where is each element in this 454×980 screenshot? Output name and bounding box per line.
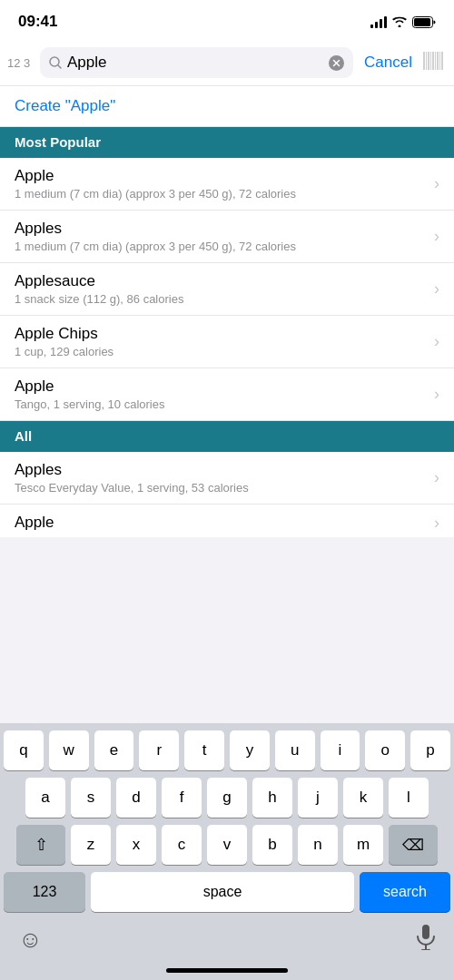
item-desc: Tesco Everyday Value, 1 serving, 53 calo… [15,481,427,495]
list-item[interactable]: Apple Chips 1 cup, 129 calories › [0,316,454,368]
item-desc: 1 snack size (112 g), 86 calories [15,292,427,306]
key-z[interactable]: z [71,825,111,865]
svg-line-3 [58,65,61,68]
key-b[interactable]: b [252,825,292,865]
key-f[interactable]: f [162,778,202,818]
key-a[interactable]: a [25,778,65,818]
list-item[interactable]: Applesauce 1 snack size (112 g), 86 calo… [0,263,454,316]
item-name: Apples [15,220,427,238]
item-desc: 1 medium (7 cm dia) (approx 3 per 450 g)… [15,240,427,253]
keyboard-row-2: a s d f g h j k l [4,778,450,818]
key-y[interactable]: y [230,730,270,770]
status-bar: 09:41 [0,0,454,40]
item-desc: 1 cup, 129 calories [15,345,427,358]
clear-button[interactable] [329,55,344,71]
barcode-number: 12 3 [7,56,33,70]
chevron-icon: › [434,174,439,193]
mic-icon[interactable] [416,925,436,954]
search-input[interactable] [67,54,323,72]
chevron-icon: › [434,385,439,404]
shift-key[interactable]: ⇧ [16,825,65,865]
item-name: Apple [15,377,427,396]
space-key[interactable]: space [91,872,354,912]
key-p[interactable]: p [410,730,450,770]
item-content: Apples 1 medium (7 cm dia) (approx 3 per… [15,220,427,253]
item-content: Apple [15,514,427,534]
list-item-partial[interactable]: Apple › [0,505,454,537]
keyboard-row-1: q w e r t y u i o p [4,730,450,770]
item-name: Apple [15,514,427,532]
cancel-button[interactable]: Cancel [360,50,416,75]
status-time: 09:41 [18,13,57,31]
section-header-popular: Most Popular [0,127,454,158]
list-item[interactable]: Apples 1 medium (7 cm dia) (approx 3 per… [0,211,454,263]
key-i[interactable]: i [321,730,360,770]
key-s[interactable]: s [71,778,111,818]
home-indicator [166,968,288,973]
status-icons [370,15,436,28]
emoji-icon[interactable]: ☺ [18,926,43,954]
search-input-wrap[interactable] [40,47,353,78]
keyboard-bottom-row: 123 space search [0,868,454,919]
list-item[interactable]: Apple 1 medium (7 cm dia) (approx 3 per … [0,158,454,211]
key-e[interactable]: e [94,730,134,770]
svg-rect-1 [414,18,430,26]
key-l[interactable]: l [389,778,429,818]
item-content: Apple Tango, 1 serving, 10 calories [15,377,427,411]
item-content: Apples Tesco Everyday Value, 1 serving, … [15,461,427,495]
svg-rect-10 [430,52,431,70]
item-content: Applesauce 1 snack size (112 g), 86 calo… [15,272,427,306]
key-c[interactable]: c [162,825,202,865]
signal-icon [370,15,387,28]
svg-rect-16 [422,925,429,939]
key-u[interactable]: u [275,730,315,770]
section-header-all: All [0,421,454,452]
item-name: Apple [15,167,427,185]
wifi-icon [392,16,407,27]
chevron-icon: › [434,514,439,533]
item-desc: Tango, 1 serving, 10 calories [15,397,427,411]
create-link-area[interactable]: Create "Apple" [0,86,454,127]
item-name: Apples [15,461,427,479]
search-area: 12 3 Cancel [0,40,454,86]
shift-icon: ⇧ [35,835,48,855]
key-r[interactable]: r [139,730,179,770]
search-key[interactable]: search [360,872,450,912]
list-item[interactable]: Apple Tango, 1 serving, 10 calories › [0,368,454,421]
chevron-icon: › [434,332,439,351]
key-123[interactable]: 123 [4,872,85,912]
key-x[interactable]: x [116,825,156,865]
delete-key[interactable]: ⌫ [389,825,438,865]
key-o[interactable]: o [365,730,405,770]
item-content: Apple 1 medium (7 cm dia) (approx 3 per … [15,167,427,201]
chevron-icon: › [434,227,439,246]
item-name: Apple Chips [15,325,427,343]
key-v[interactable]: v [207,825,247,865]
key-q[interactable]: q [4,730,44,770]
key-d[interactable]: d [116,778,156,818]
svg-rect-12 [435,52,436,70]
section-header-all-title: All [15,428,32,444]
item-name: Applesauce [15,272,427,290]
svg-rect-9 [428,52,429,70]
svg-rect-11 [432,52,434,70]
key-w[interactable]: w [49,730,89,770]
key-h[interactable]: h [252,778,292,818]
svg-rect-14 [439,52,440,70]
key-j[interactable]: j [298,778,338,818]
svg-rect-7 [423,52,425,70]
key-n[interactable]: n [298,825,338,865]
search-icon [49,56,62,69]
chevron-icon: › [434,279,439,299]
list-item[interactable]: Apples Tesco Everyday Value, 1 serving, … [0,452,454,505]
key-t[interactable]: t [184,730,224,770]
keyboard-row-3: ⇧ z x c v b n m ⌫ [4,825,450,865]
keyboard: q w e r t y u i o p a s d f g h j k l ⇧ [0,723,454,980]
create-link[interactable]: Create "Apple" [15,97,115,114]
key-k[interactable]: k [343,778,383,818]
barcode-icon[interactable] [423,52,443,74]
item-content: Apple Chips 1 cup, 129 calories [15,325,427,358]
key-m[interactable]: m [343,825,383,865]
key-g[interactable]: g [207,778,247,818]
emoji-mic-row: ☺ [0,919,454,965]
